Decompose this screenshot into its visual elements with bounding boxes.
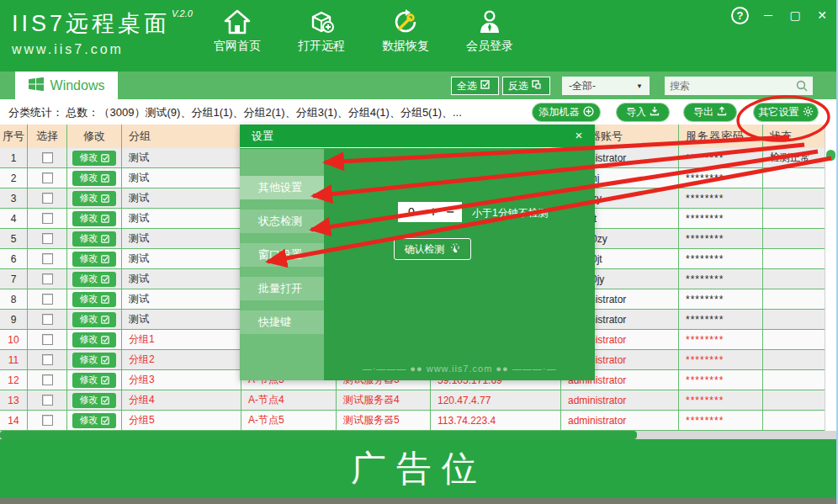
group-filter-dropdown[interactable]: -全部- ▼ <box>562 77 650 95</box>
row-number: 7 <box>0 269 28 289</box>
edit-button[interactable]: 修改 <box>72 393 116 408</box>
row-checkbox[interactable] <box>42 253 53 264</box>
select-all-button[interactable]: 全选 <box>451 77 499 95</box>
import-button[interactable]: 导入 <box>616 103 670 122</box>
col-header-index: 序号 <box>0 125 28 148</box>
row-checkbox[interactable] <box>42 395 53 406</box>
edit-button[interactable]: 修改 <box>72 312 116 327</box>
settings-menu-hotkey[interactable]: 快捷键 <box>240 310 324 334</box>
cell-group: 分组3 <box>122 370 241 390</box>
edit-button[interactable]: 修改 <box>72 231 116 247</box>
other-settings-button[interactable]: 其它设置 <box>753 103 819 122</box>
decrement-button[interactable]: − <box>442 203 459 221</box>
stats-bar: 分类统计： 总数：（3009）测试(9)、分组1(1)、分组2(1)、分组3(1… <box>0 99 838 125</box>
horizontal-scrollbar[interactable] <box>0 431 838 439</box>
edit-button[interactable]: 修改 <box>72 353 116 368</box>
edit-button-label: 修改 <box>80 192 98 204</box>
nav-home[interactable]: 官网首页 <box>195 7 279 61</box>
cell-group: 分组5 <box>122 411 241 430</box>
row-checkbox[interactable] <box>42 314 53 325</box>
row-edit-cell: 修改 <box>67 289 122 309</box>
edit-button[interactable]: 修改 <box>72 252 116 267</box>
cell-account: administrator <box>561 411 679 430</box>
settings-menu-batch-open[interactable]: 批量打开 <box>240 277 324 300</box>
vertical-scrollbar[interactable] <box>825 125 836 431</box>
edit-button-label: 修改 <box>80 293 98 305</box>
confirm-check-button[interactable]: 确认检测 <box>394 238 471 260</box>
cell-password: ******** <box>679 330 763 349</box>
cell-password: ******** <box>679 269 763 289</box>
vertical-scrollbar-thumb[interactable] <box>826 150 835 161</box>
edit-button[interactable]: 修改 <box>72 413 116 428</box>
edit-button[interactable]: 修改 <box>72 292 116 307</box>
row-edit-cell: 修改 <box>67 350 122 369</box>
row-checkbox[interactable] <box>42 374 53 385</box>
row-edit-cell: 修改 <box>67 209 122 228</box>
row-checkbox[interactable] <box>42 354 53 365</box>
edit-button[interactable]: 修改 <box>72 151 116 166</box>
increment-button[interactable]: + <box>425 203 442 221</box>
edit-button-label: 修改 <box>80 374 98 386</box>
invert-select-icon <box>532 80 541 92</box>
cell-status <box>763 188 825 208</box>
nav-open-remote[interactable]: 打开远程 <box>279 7 363 61</box>
row-edit-cell: 修改 <box>67 310 122 329</box>
row-checkbox[interactable] <box>42 334 53 345</box>
other-settings-label: 其它设置 <box>759 105 799 119</box>
cell-password: ******** <box>679 350 763 369</box>
cell-server: 测试服务器4 <box>337 390 431 410</box>
row-select-cell <box>28 188 67 208</box>
horizontal-scrollbar-thumb[interactable] <box>0 431 637 439</box>
cell-password: ******** <box>679 168 763 188</box>
edit-check-icon <box>101 316 109 324</box>
edit-button[interactable]: 修改 <box>72 171 116 186</box>
edit-check-icon <box>101 154 109 162</box>
row-checkbox[interactable] <box>42 213 53 224</box>
row-checkbox[interactable] <box>42 294 53 305</box>
nav-label: 数据恢复 <box>382 39 429 54</box>
nav-member-login[interactable]: 会员登录 <box>448 7 532 61</box>
checkbox-checked-icon <box>480 80 490 92</box>
export-label: 导出 <box>693 105 713 119</box>
row-checkbox[interactable] <box>42 172 53 183</box>
maximize-button[interactable]: ▢ <box>788 7 803 24</box>
settings-menu-other[interactable]: 其他设置 <box>240 176 324 199</box>
interval-value[interactable]: 0 <box>398 205 425 219</box>
row-number: 2 <box>0 168 28 188</box>
invert-select-button[interactable]: 反选 <box>502 77 550 95</box>
edit-button[interactable]: 修改 <box>72 332 116 347</box>
row-checkbox[interactable] <box>42 273 53 284</box>
edit-button-label: 修改 <box>80 333 98 346</box>
search-input[interactable] <box>670 80 793 92</box>
row-checkbox[interactable] <box>42 152 53 163</box>
cell-group: 分组4 <box>122 390 241 410</box>
tab-windows[interactable]: Windows <box>15 72 118 99</box>
chevron-down-icon: ▼ <box>636 82 643 90</box>
row-edit-cell: 修改 <box>67 168 122 188</box>
edit-button[interactable]: 修改 <box>72 211 116 226</box>
row-checkbox[interactable] <box>42 233 53 244</box>
edit-button[interactable]: 修改 <box>72 272 116 287</box>
settings-menu-status-check[interactable]: 状态检测 <box>240 210 324 233</box>
help-button[interactable]: ? <box>731 7 749 24</box>
search-icon[interactable] <box>796 80 808 92</box>
minimize-button[interactable]: ─ <box>761 7 776 24</box>
header-nav: 官网首页 打开远程 数据恢复 会员登录 <box>195 7 532 61</box>
settings-menu: 其他设置 状态检测 窗口设置 批量打开 快捷键 <box>240 149 324 380</box>
ad-banner-text: 广告位 <box>351 445 487 492</box>
settings-dialog-close-icon[interactable]: × <box>571 128 586 142</box>
row-select-cell <box>28 310 67 329</box>
settings-menu-window[interactable]: 窗口设置 <box>240 243 324 267</box>
row-checkbox[interactable] <box>42 415 53 426</box>
edit-button[interactable]: 修改 <box>72 373 116 388</box>
close-button[interactable]: ✕ <box>814 7 830 24</box>
edit-button-label: 修改 <box>80 394 98 406</box>
row-select-cell <box>28 148 67 167</box>
row-checkbox[interactable] <box>42 193 53 204</box>
export-button[interactable]: 导出 <box>683 103 737 122</box>
edit-button[interactable]: 修改 <box>72 191 116 206</box>
row-number: 6 <box>0 249 28 268</box>
cell-password: ******** <box>679 148 763 167</box>
add-machine-button[interactable]: 添加机器 <box>532 103 601 122</box>
nav-data-recover[interactable]: 数据恢复 <box>363 7 448 61</box>
